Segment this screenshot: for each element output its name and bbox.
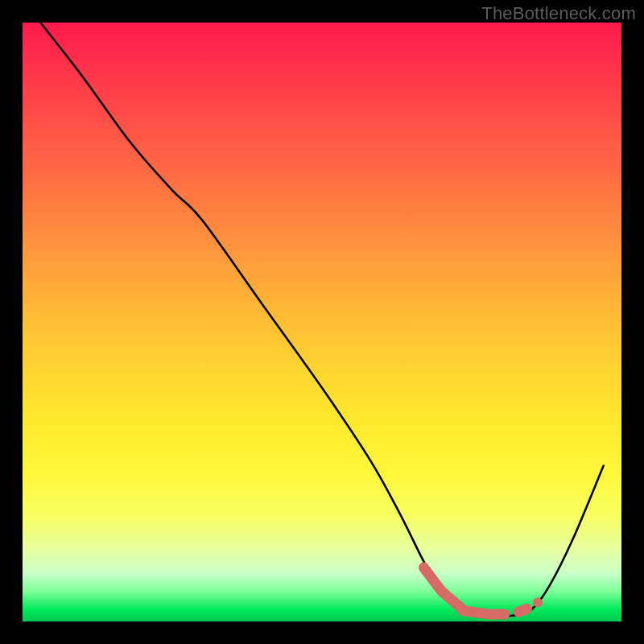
chart-area — [23, 23, 621, 621]
highlight-segment — [423, 568, 461, 609]
chart-svg — [23, 23, 621, 621]
highlight-segment — [463, 611, 505, 614]
highlight-dot — [533, 597, 543, 607]
bottleneck-curve-path — [40, 23, 603, 616]
highlight-segment — [518, 609, 526, 612]
highlight-segment-group — [423, 568, 526, 614]
watermark-label: TheBottleneck.com — [481, 3, 636, 24]
